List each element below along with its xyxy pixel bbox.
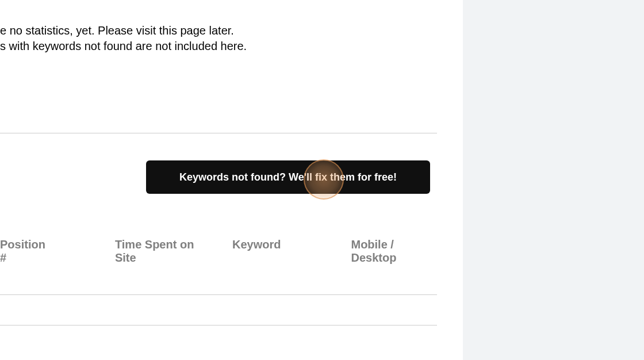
status-message-line2: s with keywords not found are not includ… [0, 39, 247, 54]
main-content-area: e no statistics, yet. Please visit this … [0, 0, 463, 360]
fix-keywords-button[interactable]: Keywords not found? We'll fix them for f… [146, 160, 430, 194]
column-header-position: Position # [0, 238, 52, 265]
right-sidebar-background [463, 0, 644, 360]
column-header-keyword: Keyword [232, 238, 281, 265]
right-sidebar-inner [471, 0, 644, 360]
divider-top [0, 133, 437, 133]
fix-keywords-button-label: Keywords not found? We'll fix them for f… [179, 171, 397, 183]
column-header-device: Mobile / Desktop [351, 238, 437, 265]
divider-row-1 [0, 294, 437, 295]
column-header-time-spent: Time Spent on Site [115, 238, 212, 265]
table-header-row: Position # Time Spent on Site Keyword Mo… [0, 238, 437, 265]
divider-row-2 [0, 325, 437, 325]
status-message-line1: e no statistics, yet. Please visit this … [0, 23, 247, 39]
status-message: e no statistics, yet. Please visit this … [0, 23, 247, 54]
